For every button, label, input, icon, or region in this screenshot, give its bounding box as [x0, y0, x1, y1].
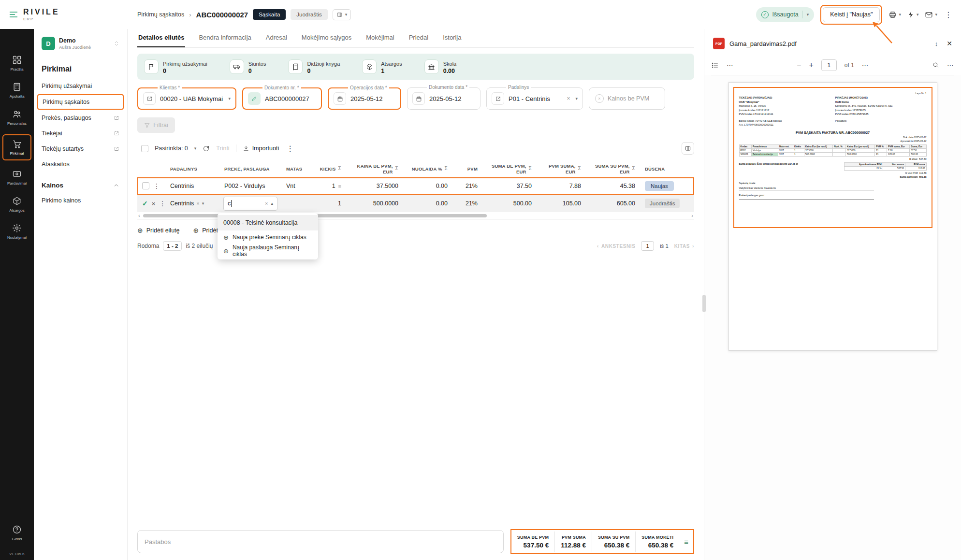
selected-count[interactable]: Pasirinkta: 0 [155, 145, 188, 152]
cell-nuolaida[interactable]: 0.00 [403, 200, 452, 207]
calendar-icon[interactable] [412, 92, 425, 105]
row-checkbox[interactable] [142, 182, 149, 189]
sidebar-item-tiekeju-sutartys[interactable]: Tiekėjų sutartys [34, 141, 127, 157]
tab-mokejimai[interactable]: Mokėjimai [365, 29, 395, 47]
cell-kaina[interactable]: 500.0000 [346, 200, 403, 207]
pdf-more-icon[interactable]: ⋯ [947, 61, 954, 69]
sidebar-item-pirkimu-saskaitos[interactable]: Pirkimų sąskaitos [37, 94, 124, 110]
klientas-field[interactable]: Klientas * 00020 - UAB Mokymai ▾ [137, 87, 236, 110]
rail-item-nustatymai[interactable]: Nustatymai [2, 219, 31, 244]
zoom-out-icon[interactable]: − [797, 61, 801, 70]
table-row-edit[interactable]: ✓ × ⋮ Centrinis × ▾ c × ▴ [137, 195, 694, 212]
rail-item-apskaita[interactable]: Apskaita [2, 78, 31, 102]
kainos-be-pvm-toggle[interactable]: × Kainos be PVM [589, 87, 665, 110]
column-settings-button[interactable] [682, 142, 694, 155]
filters-button: Filtrai [137, 117, 175, 133]
workspace-user: Aušra Juodienė [59, 44, 110, 50]
email-button[interactable]: ▾ [925, 11, 937, 19]
cell: 500.0000 [804, 152, 833, 156]
pdf-viewer[interactable]: Lapo Nr. 1 TIEKĖJAS (PARDAVĖJAS) UAB "Mo… [704, 75, 961, 560]
sum-icon: Σ [445, 166, 448, 172]
product-search-input[interactable]: c × ▴ [223, 197, 277, 211]
expand-icon[interactable]: ↕ [935, 40, 938, 47]
tab-mokejimo-salygos[interactable]: Mokėjimo sąlygos [301, 29, 352, 47]
chevron-down-icon[interactable]: ▾ [202, 201, 204, 206]
sidebar-item-ataskaitos[interactable]: Ataskaitos [34, 157, 127, 172]
cell: Kaina Eur (be nuol.) [804, 144, 833, 148]
dropdown-create-paslauga[interactable]: ⊕ Nauja paslauga Seminarų ciklas [218, 244, 318, 258]
clear-icon[interactable]: × [196, 201, 199, 206]
chevron-down-icon[interactable]: ▾ [228, 96, 231, 101]
external-link-icon[interactable] [143, 92, 156, 105]
dropdown-create-preke[interactable]: ⊕ Nauja prekė Seminarų ciklas [218, 230, 318, 244]
sidebar-item-pirkimu-uzsakymai[interactable]: Pirkimų užsakymai [34, 78, 127, 94]
tab-priedai[interactable]: Priedai [408, 29, 429, 47]
padalinys-field[interactable]: Padalinys P01 - Centrinis × ▾ [486, 87, 583, 110]
select-all-checkbox[interactable] [141, 145, 148, 152]
close-icon[interactable]: ✕ [946, 40, 952, 47]
rail-item-pirkimai[interactable]: Pirkimai [2, 134, 31, 160]
saved-status-chip[interactable]: ✓ Išsaugota ▾ [756, 7, 815, 22]
dropdown-option[interactable]: 00008 - Teisinė konsultacija [218, 215, 318, 230]
tab-bendra-informacija[interactable]: Bendra informacija [198, 29, 252, 47]
cell: 537.50 [883, 166, 905, 170]
sidebar-section2[interactable]: Kainos [34, 172, 127, 193]
rail-item-personalas[interactable]: Personalas [2, 105, 31, 129]
invoice-signature-line [739, 199, 874, 200]
sidebar-item-prekes-paslaugos[interactable]: Prekės, paslaugos [34, 110, 127, 126]
print-button[interactable]: ▾ [888, 11, 901, 19]
dokumento-data-field[interactable]: Dokumento data * 2025-05-12 [407, 87, 480, 110]
padalinys-select[interactable]: Centrinis × ▾ [165, 200, 219, 207]
operacijos-data-field[interactable]: Operacijos data * 2025-05-12 [328, 87, 401, 110]
pdf-page-input[interactable] [821, 59, 837, 71]
sidebar-item-tiekejai[interactable]: Tiekėjai [34, 126, 127, 141]
tab-adresai[interactable]: Adresai [265, 29, 288, 47]
change-status-button[interactable]: Keisti į "Naujas" [823, 7, 880, 22]
thumbnails-icon[interactable] [711, 61, 719, 69]
scroll-left-icon[interactable]: ‹ [138, 213, 140, 218]
rail-item-gidas[interactable]: Gidas [2, 521, 31, 545]
table-row[interactable]: ⋮ Centrinis P002 - Virdulys Vnt 1 ≡ 37.5… [137, 177, 694, 195]
confirm-icon[interactable]: ✓ [142, 200, 148, 207]
add-row-button[interactable]: ⊕ Pridėti eilutę [137, 227, 180, 234]
breadcrumb-parent[interactable]: Pirkimų sąskaitos [137, 11, 184, 18]
cell-kiekis[interactable]: 1 [311, 200, 346, 207]
panel-resize-handle[interactable] [702, 295, 706, 312]
pdf-more-icon[interactable]: ⋯ [727, 61, 734, 69]
chevron-down-icon[interactable]: ▾ [194, 146, 197, 151]
notes-input[interactable] [137, 530, 504, 553]
dokumento-nr-field[interactable]: Dokumento nr. * ABC000000027 [242, 87, 322, 110]
external-link-icon[interactable] [492, 92, 504, 105]
sidebar-item-pirkimo-kainos[interactable]: Pirkimo kainos [34, 193, 127, 208]
totals-menu-icon[interactable]: ≡ [679, 538, 693, 546]
brand-name: RIVILE [23, 8, 60, 16]
chevron-up-icon[interactable]: ▴ [271, 201, 273, 206]
scroll-right-icon[interactable]: › [691, 213, 693, 218]
rows-range-select[interactable]: 1 - 2 [163, 241, 182, 251]
view-switcher[interactable]: ▾ [333, 9, 351, 20]
clear-icon[interactable]: × [265, 201, 268, 206]
quick-actions-button[interactable]: ▾ [907, 11, 919, 18]
rail-item-atsargos[interactable]: Atsargos [2, 192, 31, 216]
stat-label: Atsargos [381, 61, 402, 67]
pdf-more-icon[interactable]: ⋯ [862, 61, 869, 69]
rail-item-pardavimai[interactable]: Pardavimai [2, 165, 31, 189]
tab-detalios-eilutes[interactable]: Detalios eilutės [137, 29, 185, 47]
toolbar-more-button[interactable]: ⋮ [285, 144, 295, 153]
cell-pvm[interactable]: 21% [452, 200, 482, 207]
rail-item-pradzia[interactable]: Pradžia [2, 51, 31, 75]
import-button[interactable]: Importuoti [243, 145, 279, 152]
zoom-in-icon[interactable]: + [809, 61, 813, 70]
chevron-down-icon[interactable]: ▾ [575, 96, 578, 101]
search-icon[interactable] [932, 61, 939, 69]
tab-istorija[interactable]: Istorija [442, 29, 462, 47]
row-menu-button[interactable]: ⋮ [153, 182, 160, 190]
workspace-switcher[interactable]: D Demo Aušra Juodienė [39, 34, 122, 53]
clear-icon[interactable]: × [567, 95, 570, 102]
refresh-icon[interactable] [203, 145, 210, 152]
menu-icon[interactable] [9, 10, 18, 19]
breadcrumb: Pirkimų sąskaitos › ABC000000027 Sąskait… [128, 9, 756, 20]
cancel-icon[interactable]: × [152, 200, 156, 207]
more-menu-button[interactable]: ⋮ [944, 10, 953, 19]
calendar-icon[interactable] [334, 92, 346, 105]
